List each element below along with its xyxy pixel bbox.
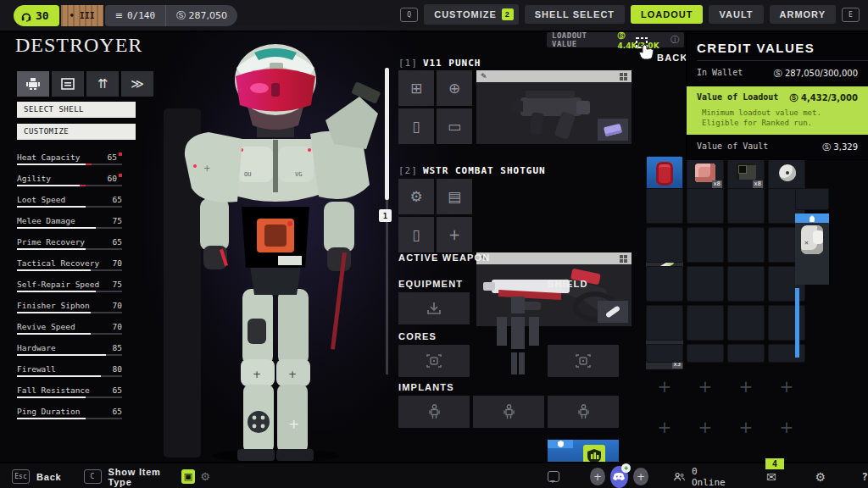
- receiver-icon: ▤: [448, 188, 461, 205]
- inventory-slot[interactable]: [768, 305, 805, 341]
- weapon1-magazine-slot[interactable]: ▯: [398, 108, 434, 144]
- inventory-slot[interactable]: [646, 305, 683, 341]
- credit-values-panel: CREDIT VALUES In Wallet Ⓢ 287,050/300,00…: [687, 34, 868, 159]
- stat-value: 75: [113, 216, 122, 225]
- upgrade-button[interactable]: ⇈: [86, 71, 119, 97]
- inventory-slot[interactable]: [795, 188, 829, 210]
- shell-view-button[interactable]: [17, 71, 49, 97]
- magazine-icon: ▯: [412, 118, 420, 135]
- inventory-slot[interactable]: [727, 188, 765, 224]
- tab-loadout-label: LOADOUT: [641, 9, 693, 19]
- rank-tier: III: [80, 11, 95, 20]
- vault-value: Ⓢ 3,329: [822, 141, 858, 153]
- item-type-settings-icon[interactable]: ⚙: [200, 470, 210, 483]
- inventory-slot[interactable]: [727, 227, 765, 263]
- credit-values-title: CREDIT VALUES: [687, 34, 868, 60]
- info-icon[interactable]: ⓘ: [670, 34, 679, 46]
- tab-vault[interactable]: VAULT: [709, 5, 763, 24]
- weapon1-core-slot[interactable]: ⊞: [398, 70, 434, 106]
- inventory-slot[interactable]: [768, 344, 805, 363]
- svg-text:+: +: [203, 164, 210, 173]
- tab-shell-select[interactable]: SHELL SELECT: [525, 5, 625, 24]
- discord-icon: [613, 473, 625, 481]
- inventory-scrollbar[interactable]: [795, 288, 799, 358]
- loadout-row-value: Ⓢ 4,432/3,000: [790, 92, 858, 104]
- weapon1-sight-slot[interactable]: ⊕: [437, 70, 472, 106]
- item-count-badge: x8: [712, 180, 722, 188]
- weapon2-core-slot[interactable]: ⚙: [398, 179, 434, 214]
- inventory-slot[interactable]: [687, 305, 724, 341]
- core-slot-2[interactable]: [548, 345, 619, 377]
- weapon2-attachment-slot[interactable]: [598, 301, 628, 323]
- inventory-slot[interactable]: [646, 188, 683, 224]
- inventory-slot[interactable]: [687, 266, 724, 302]
- game-screen: 30 • III ≡ 0/140 Ⓢ 287,050 Q CUSTOMIZE 2: [0, 0, 868, 488]
- tab-armory[interactable]: ARMORY: [770, 5, 836, 24]
- stat-bar: [17, 248, 122, 250]
- equipment-slot[interactable]: [398, 292, 470, 324]
- locked-expansion-slot: +: [768, 368, 805, 405]
- weapon2-magazine-slot[interactable]: ▯: [398, 217, 434, 252]
- customize-button[interactable]: CUSTOMIZE: [17, 124, 136, 140]
- pink-module-item-icon: [695, 164, 715, 182]
- equipment-label: EQUIPMENT: [398, 279, 463, 289]
- stat-bar: [17, 269, 122, 271]
- social-add-button-right[interactable]: +: [633, 468, 648, 485]
- implants-label: IMPLANTS: [398, 382, 454, 392]
- implant-slot-2[interactable]: [473, 396, 544, 428]
- settings-gear-icon[interactable]: ⚙: [815, 470, 826, 484]
- mech-render[interactable]: + + + OU VG +: [170, 39, 390, 463]
- backpack-item-grenade[interactable]: [768, 156, 805, 190]
- stat-bar: [17, 333, 122, 335]
- stat-label: Ping Duration: [17, 407, 80, 416]
- help-icon[interactable]: ?: [861, 470, 868, 483]
- inventory-slot[interactable]: [646, 227, 683, 263]
- core-slot-1[interactable]: [398, 345, 470, 377]
- tab-customize-badge: 2: [502, 8, 514, 20]
- display-button[interactable]: [52, 71, 84, 97]
- camera-item-icon: [736, 163, 756, 180]
- weapon2-empty-slot[interactable]: +: [437, 217, 472, 252]
- skip-button[interactable]: ≫: [121, 71, 153, 97]
- tab-loadout[interactable]: LOADOUT: [631, 5, 703, 24]
- stat-row: Agility 60: [17, 174, 122, 187]
- chat-icon[interactable]: [548, 471, 559, 482]
- inventory-slot[interactable]: [687, 227, 724, 263]
- implant-slot-1[interactable]: [398, 396, 470, 428]
- discord-button[interactable]: +: [610, 466, 629, 488]
- stat-row: Revive Speed 70: [17, 322, 122, 336]
- stat-label: Heat Capacity: [17, 152, 80, 162]
- inventory-slot[interactable]: [727, 305, 765, 341]
- stat-bar: [17, 354, 122, 356]
- capacity-indicator: ≡ 0/140: [105, 5, 165, 26]
- item-type-toggle[interactable]: ▣: [181, 469, 196, 484]
- stat-value: 65: [113, 385, 122, 395]
- backpack-item-canister[interactable]: [646, 156, 683, 190]
- inventory-slot[interactable]: [687, 344, 724, 363]
- back-button[interactable]: Back: [36, 472, 62, 482]
- inventory-slot[interactable]: [646, 344, 683, 363]
- weapon1-attachment-slot[interactable]: [598, 119, 628, 141]
- inventory-slot[interactable]: [646, 266, 683, 302]
- mail-icon[interactable]: ✉: [766, 470, 776, 484]
- viewer-scroll-thumb[interactable]: [385, 68, 389, 200]
- social-add-button-left[interactable]: +: [590, 468, 604, 485]
- stat-value: 75: [113, 280, 122, 289]
- backpack-item-pink-module[interactable]: x8: [687, 156, 724, 190]
- tab-customize[interactable]: CUSTOMIZE 2: [424, 4, 519, 25]
- stat-label: Loot Speed: [17, 195, 65, 204]
- stat-row: Self-Repair Speed 75: [17, 280, 122, 293]
- equipped-backpack-slot[interactable]: [795, 214, 829, 285]
- inventory-slot[interactable]: [727, 266, 765, 302]
- inventory-slot[interactable]: [687, 188, 724, 224]
- weapon1-battery-slot[interactable]: ▭: [437, 108, 472, 144]
- battery-icon: ▭: [448, 118, 461, 135]
- weapon1-panel[interactable]: ✎: [476, 70, 632, 144]
- implant-slot-3[interactable]: [548, 396, 619, 428]
- backpack-item-camera[interactable]: x8: [727, 156, 765, 190]
- weapon2-receiver-slot[interactable]: ▤: [437, 179, 472, 214]
- inventory-slot[interactable]: [727, 344, 765, 363]
- upgrade-icon: ⇈: [97, 76, 108, 92]
- loadout-row-label: Value of Loadout: [697, 92, 778, 104]
- select-shell-button[interactable]: SELECT SHELL: [17, 102, 136, 118]
